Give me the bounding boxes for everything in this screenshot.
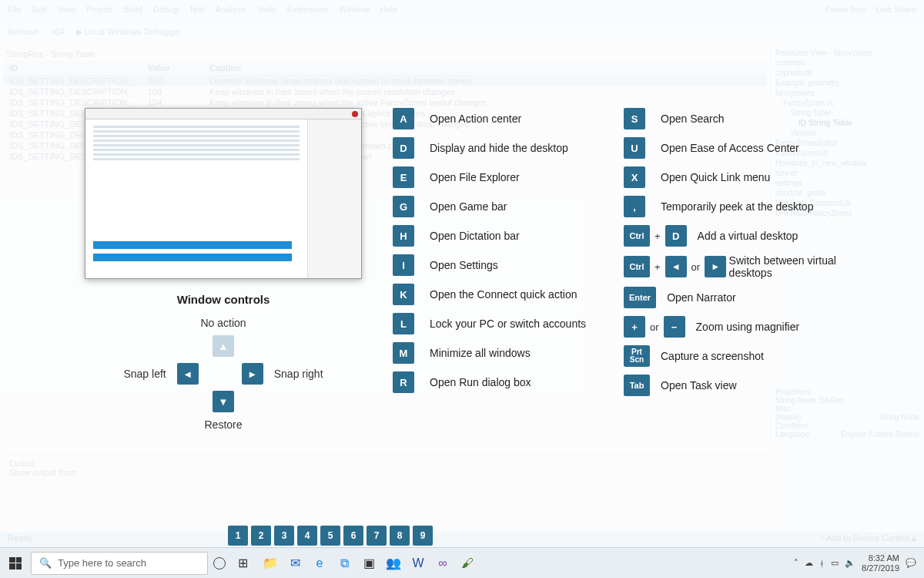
key-arrow-left[interactable]: ◄ — [665, 256, 687, 277]
wc-left-key[interactable]: ◄ — [177, 363, 199, 385]
tray-chevron-icon[interactable]: ˄ — [794, 558, 798, 568]
desc-a: Open Action center — [430, 113, 521, 125]
taskbar: 🔍 Type here to search ⊞ 📁 ✉ e ⧉ ▣ 👥 W ∞ … — [0, 547, 924, 578]
menu-analyze: Analyze — [216, 5, 246, 20]
numkey-1[interactable]: 1 — [228, 526, 248, 546]
output-title: Output — [9, 459, 761, 468]
key-s[interactable]: S — [624, 108, 645, 129]
tray-bluetooth-icon[interactable]: ᚼ — [819, 559, 825, 568]
key-enter[interactable]: Enter — [624, 287, 656, 308]
numkey-5[interactable]: 5 — [320, 526, 340, 546]
shortcut-column-2: SOpen Search UOpen Ease of Access Center… — [624, 108, 870, 431]
clock-date: 8/27/2019 — [862, 563, 899, 573]
desc-s: Open Search — [661, 113, 725, 125]
taskbar-clock[interactable]: 8:32 AM 8/27/2019 — [862, 553, 899, 572]
key-u[interactable]: U — [624, 137, 645, 159]
desc-tab: Open Task view — [661, 379, 737, 391]
key-l[interactable]: L — [393, 313, 414, 334]
desc-ctrld: Add a virtual desktop — [698, 230, 798, 242]
system-tray: ˄ ☁ ᚼ ▭ 🔈 8:32 AM 8/27/2019 💬 — [794, 553, 924, 572]
numkey-9[interactable]: 9 — [413, 526, 433, 546]
vs-start-debug: ▶ Local Windows Debugger — [76, 27, 181, 36]
menu-debug: Debug — [153, 5, 178, 20]
desc-enter: Open Narrator — [667, 291, 735, 304]
key-m[interactable]: M — [393, 342, 414, 364]
key-g[interactable]: G — [393, 196, 414, 217]
search-placeholder: Type here to search — [58, 557, 146, 569]
vs-toolbar: Release · x64 ▶ Local Windows Debugger — [0, 25, 924, 43]
wc-right-label: Snap right — [274, 368, 323, 380]
key-h[interactable]: H — [393, 225, 414, 247]
tray-volume-icon[interactable]: 🔈 — [845, 558, 855, 568]
vs-tab: StringRes - String Table — [6, 49, 95, 59]
numkey-2[interactable]: 2 — [251, 526, 271, 546]
output-from: Show output from: — [9, 468, 761, 477]
visual-studio-icon[interactable]: ∞ — [431, 549, 454, 578]
file-explorer-icon[interactable]: 📁 — [259, 549, 282, 578]
key-arrow-right[interactable]: ► — [705, 256, 726, 277]
key-tab[interactable]: Tab — [624, 375, 650, 396]
vs-menubar: File Edit View Project Build Debug Test … — [0, 0, 924, 25]
menu-window: Window — [339, 5, 369, 20]
desc-h: Open Dictation bar — [430, 230, 520, 242]
desc-l: Lock your PC or switch accounts — [430, 318, 586, 330]
desc-m: Minimize all windows — [430, 347, 531, 359]
solution-title: Resource View - fancyzones — [775, 48, 919, 58]
numkey-8[interactable]: 8 — [390, 526, 410, 546]
window-controls-title: Window controls — [85, 293, 362, 306]
wc-up-label: No action — [200, 317, 246, 329]
taskbar-search[interactable]: 🔍 Type here to search — [31, 552, 208, 575]
start-button[interactable] — [0, 548, 31, 579]
window-preview-thumbnail — [85, 108, 362, 279]
wc-down-key[interactable]: ▼ — [213, 391, 234, 412]
key-i[interactable]: I — [393, 254, 414, 276]
paint-icon[interactable]: 🖌 — [456, 549, 479, 578]
key-e[interactable]: E — [393, 166, 414, 188]
word-icon[interactable]: W — [407, 549, 430, 578]
status-source-control: ↑ Add to Source Control ▴ — [820, 533, 916, 546]
tray-network-icon[interactable]: ▭ — [831, 558, 839, 568]
numkey-4[interactable]: 4 — [297, 526, 317, 546]
numkey-7[interactable]: 7 — [367, 526, 387, 546]
desc-comma: Temporarily peek at the desktop — [661, 200, 813, 213]
action-center-icon[interactable]: 💬 — [906, 558, 916, 568]
wc-down-label: Restore — [204, 418, 242, 431]
key-r[interactable]: R — [393, 371, 414, 393]
numkey-3[interactable]: 3 — [274, 526, 294, 546]
menu-help: Help — [380, 5, 397, 20]
shortcut-guide-overlay: Window controls No action ▲ Snap left ◄ … — [85, 108, 839, 431]
task-view-icon[interactable]: ⊞ — [231, 549, 254, 578]
tray-onedrive-icon[interactable]: ☁ — [805, 558, 813, 568]
key-comma[interactable]: , — [624, 196, 645, 217]
windows-logo-icon — [9, 557, 22, 570]
desc-d: Display and hide the desktop — [430, 142, 568, 154]
key-x[interactable]: X — [624, 166, 645, 188]
desc-e: Open File Explorer — [430, 171, 520, 183]
vscode-icon[interactable]: ⧉ — [333, 549, 356, 578]
wc-up-key[interactable]: ▲ — [213, 335, 234, 357]
outlook-icon[interactable]: ✉ — [283, 549, 306, 578]
key-ctrld-d[interactable]: D — [665, 225, 687, 247]
key-a[interactable]: A — [393, 108, 414, 129]
wc-right-key[interactable]: ► — [242, 363, 263, 385]
desc-prtscn: Capture a screenshot — [661, 350, 764, 362]
key-d[interactable]: D — [393, 137, 414, 159]
col-value: Value — [148, 63, 179, 73]
key-minus[interactable]: − — [664, 316, 685, 338]
col-id: ID — [9, 63, 117, 73]
key-prtscn[interactable]: Prt Scn — [624, 345, 650, 367]
teams-icon[interactable]: 👥 — [382, 549, 405, 578]
cortana-icon[interactable] — [208, 549, 231, 578]
menu-file: File — [8, 5, 22, 20]
numkey-6[interactable]: 6 — [343, 526, 363, 546]
edge-icon[interactable]: e — [308, 549, 331, 578]
wc-left-label: Snap left — [123, 368, 166, 380]
search-icon: 🔍 — [39, 557, 52, 569]
key-plus[interactable]: + — [624, 316, 645, 338]
key-ctrl-2[interactable]: Ctrl — [624, 256, 650, 277]
terminal-icon[interactable]: ▣ — [357, 549, 380, 578]
key-k[interactable]: K — [393, 284, 414, 305]
key-ctrl-1[interactable]: Ctrl — [624, 225, 650, 247]
desc-u: Open Ease of Access Center — [661, 142, 799, 154]
taskbar-number-hints: 1 2 3 4 5 6 7 8 9 — [228, 526, 433, 546]
